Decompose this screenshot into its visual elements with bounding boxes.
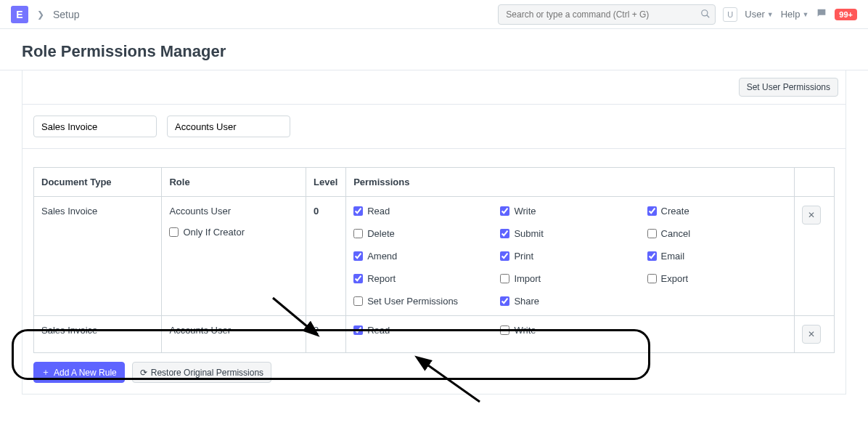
perm-checkbox-submit[interactable]: Submit (500, 228, 639, 239)
perm-label: Report (367, 273, 396, 284)
page-title: Role Permissions Manager (22, 42, 846, 61)
cell-delete: ✕ (794, 197, 834, 316)
perm-checkbox-read[interactable]: Read (353, 325, 493, 336)
perm-label: Delete (367, 228, 395, 239)
th-permissions: Permissions (346, 168, 795, 197)
perm-input[interactable] (647, 229, 657, 238)
set-user-permissions-button[interactable]: Set User Permissions (739, 78, 838, 97)
filter-row (22, 105, 846, 149)
perm-label: Read (367, 206, 390, 217)
cell-role: Accounts User (162, 316, 306, 353)
nav-left: E ❯ Setup (11, 6, 80, 23)
th-role: Role (162, 168, 306, 197)
role-filter-input[interactable] (167, 116, 290, 137)
perm-checkbox-cancel[interactable]: Cancel (647, 228, 787, 239)
only-if-creator-label: Only If Creator (183, 227, 245, 238)
th-doctype: Document Type (34, 168, 162, 197)
perm-label: Write (514, 325, 536, 336)
permissions-table: Document Type Role Level Permissions Sal… (33, 167, 835, 353)
toolbar: Set User Permissions (22, 70, 846, 105)
perm-checkbox-amend[interactable]: Amend (353, 251, 493, 262)
th-actions (794, 168, 834, 197)
perm-input[interactable] (353, 251, 363, 261)
chevron-right-icon: ❯ (37, 9, 44, 20)
perm-input[interactable] (353, 274, 363, 283)
perm-checkbox-report[interactable]: Report (353, 273, 493, 284)
perm-input[interactable] (353, 325, 363, 335)
user-menu-label: User (745, 9, 764, 20)
perm-checkbox-email[interactable]: Email (647, 251, 787, 262)
perm-checkbox-print[interactable]: Print (500, 251, 639, 262)
perm-checkbox-write[interactable]: Write (500, 325, 639, 336)
search-icon[interactable] (700, 9, 711, 21)
only-if-creator-checkbox[interactable]: Only If Creator (169, 227, 298, 238)
button-row: ＋ Add A New Rule ⟳ Restore Original Perm… (33, 362, 835, 383)
search-wrap (498, 4, 716, 25)
cell-level: 0 (306, 197, 346, 316)
perm-input[interactable] (500, 251, 509, 261)
user-menu[interactable]: User▼ (745, 9, 773, 20)
perm-input[interactable] (647, 206, 657, 216)
perm-input[interactable] (353, 206, 363, 216)
page-head: Role Permissions Manager (0, 29, 868, 70)
perm-input[interactable] (500, 206, 509, 216)
navbar: E ❯ Setup U User▼ Help▼ 99+ (0, 0, 868, 29)
perm-input[interactable] (353, 229, 363, 238)
cell-permissions: ReadWriteCreateDeleteSubmitCancelAmendPr… (346, 197, 795, 316)
perm-input[interactable] (500, 274, 509, 283)
add-new-rule-label: Add A New Rule (54, 368, 117, 378)
cell-permissions: ReadWrite (346, 316, 795, 353)
perm-checkbox-delete[interactable]: Delete (353, 228, 493, 239)
nav-right: U User▼ Help▼ 99+ (498, 4, 857, 25)
perm-input[interactable] (353, 296, 363, 306)
help-menu-label: Help (781, 9, 801, 20)
perm-label: Set User Permissions (367, 296, 458, 307)
perm-label: Create (661, 206, 689, 217)
restore-permissions-label: Restore Original Permissions (151, 368, 263, 378)
table-wrap: Document Type Role Level Permissions Sal… (22, 149, 846, 395)
perm-label: Submit (514, 228, 543, 239)
table-row: Sales Invoice Accounts User Only If Crea… (34, 197, 835, 316)
cell-delete: ✕ (794, 316, 834, 353)
caret-down-icon: ▼ (767, 11, 774, 18)
only-if-creator-input[interactable] (169, 227, 179, 237)
perm-input[interactable] (500, 229, 509, 238)
refresh-icon: ⟳ (140, 368, 147, 378)
perm-label: Read (367, 325, 390, 336)
perm-checkbox-set-user-permissions[interactable]: Set User Permissions (353, 296, 493, 307)
caret-down-icon: ▼ (802, 11, 808, 18)
delete-row-button[interactable]: ✕ (802, 206, 821, 224)
perm-checkbox-create[interactable]: Create (647, 206, 787, 217)
perm-label: Amend (367, 251, 397, 262)
cell-doctype: Sales Invoice (34, 197, 162, 316)
logo[interactable]: E (11, 6, 28, 23)
doctype-filter-input[interactable] (33, 116, 157, 137)
perm-label: Write (514, 206, 536, 217)
help-menu[interactable]: Help▼ (781, 9, 809, 20)
perm-checkbox-share[interactable]: Share (500, 296, 639, 307)
role-text: Accounts User (169, 206, 298, 217)
perm-checkbox-read[interactable]: Read (353, 206, 493, 217)
perm-label: Export (661, 273, 689, 284)
notification-badge[interactable]: 99+ (835, 9, 857, 20)
svg-line-1 (707, 15, 710, 17)
perm-checkbox-import[interactable]: Import (500, 273, 639, 284)
chat-icon[interactable] (816, 7, 827, 21)
perm-input[interactable] (647, 274, 657, 283)
cell-role: Accounts User Only If Creator (162, 197, 306, 316)
perm-checkbox-export[interactable]: Export (647, 273, 787, 284)
perm-checkbox-write[interactable]: Write (500, 206, 639, 217)
perm-input[interactable] (500, 325, 509, 335)
perm-input[interactable] (500, 296, 509, 306)
perm-label: Print (514, 251, 533, 262)
restore-permissions-button[interactable]: ⟳ Restore Original Permissions (132, 362, 271, 383)
cell-level: 2 (306, 316, 346, 353)
add-new-rule-button[interactable]: ＋ Add A New Rule (33, 362, 125, 383)
perm-input[interactable] (647, 251, 657, 261)
delete-row-button[interactable]: ✕ (802, 325, 821, 344)
search-input[interactable] (498, 4, 716, 25)
avatar[interactable]: U (723, 7, 737, 22)
perm-label: Share (514, 296, 539, 307)
breadcrumb[interactable]: Setup (53, 9, 80, 20)
perm-label: Cancel (661, 228, 690, 239)
